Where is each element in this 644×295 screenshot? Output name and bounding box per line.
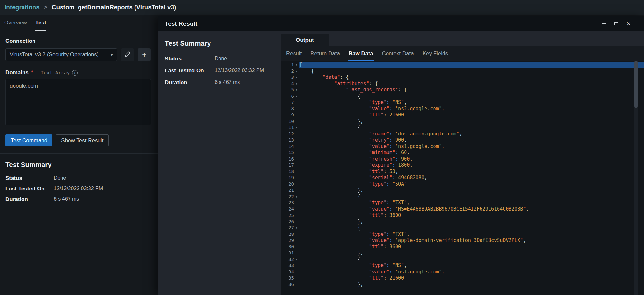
- code-line[interactable]: "ttl": 3600: [299, 212, 644, 219]
- connection-dropdown[interactable]: VirusTotal v3 2 (Security Operations) ▾: [5, 48, 117, 61]
- gutter-line[interactable]: 4▾: [281, 81, 299, 87]
- code-line[interactable]: "value": "ns2.google.com",: [299, 106, 644, 112]
- gutter-line[interactable]: 3▾: [281, 74, 299, 81]
- code-line[interactable]: "type": "NS",: [299, 99, 644, 106]
- add-connection-button[interactable]: +: [138, 48, 151, 61]
- code-line[interactable]: "ttl": 53,: [299, 169, 644, 175]
- tab-raw-data[interactable]: Raw Data: [348, 46, 374, 61]
- code-line[interactable]: "serial": 494682080,: [299, 175, 644, 181]
- gutter-line[interactable]: 35: [281, 275, 299, 281]
- tab-return-data[interactable]: Return Data: [310, 46, 341, 61]
- gutter-line[interactable]: 36: [281, 281, 299, 288]
- code-line[interactable]: "rname": "dns-admin.google.com",: [299, 131, 644, 137]
- gutter-line[interactable]: 27▾: [281, 225, 299, 231]
- code-line[interactable]: "last_dns_records": [: [299, 87, 644, 93]
- code-line[interactable]: "value": "ns1.google.com",: [299, 143, 644, 150]
- breadcrumb-integrations-link[interactable]: Integrations: [5, 4, 40, 11]
- code-line[interactable]: },: [299, 219, 644, 225]
- tab-overview[interactable]: Overview: [4, 15, 27, 31]
- fold-arrow-icon[interactable]: ▾: [294, 81, 299, 87]
- code-line[interactable]: "type": "NS",: [299, 263, 644, 269]
- code-line[interactable]: "ttl": 21600: [299, 275, 644, 281]
- gutter-line[interactable]: 28: [281, 231, 299, 238]
- gutter-line[interactable]: 13: [281, 137, 299, 143]
- gutter-line[interactable]: 8: [281, 106, 299, 112]
- fold-arrow-icon[interactable]: ▾: [294, 256, 299, 263]
- gutter-line[interactable]: 1▾: [281, 62, 299, 68]
- fold-arrow-icon[interactable]: ▾: [294, 68, 299, 75]
- test-command-button[interactable]: Test Command: [5, 134, 52, 146]
- edit-connection-button[interactable]: [121, 48, 134, 61]
- gutter-line[interactable]: 12: [281, 131, 299, 137]
- code-line[interactable]: "value": "apple-domain-verification=30af…: [299, 237, 644, 244]
- info-icon[interactable]: i: [72, 70, 78, 76]
- code-line[interactable]: },: [299, 250, 644, 256]
- code-line[interactable]: "data": {: [299, 74, 644, 81]
- fold-arrow-icon[interactable]: ▾: [294, 62, 299, 68]
- code-line[interactable]: "value": "MS=E4A68B9AB2BB9670BCE15412F62…: [299, 206, 644, 213]
- fold-arrow-icon[interactable]: ▾: [294, 124, 299, 131]
- gutter-line[interactable]: 20: [281, 181, 299, 188]
- code-line[interactable]: {: [299, 256, 644, 263]
- gutter-line[interactable]: 2▾: [281, 68, 299, 75]
- code-line[interactable]: },: [299, 187, 644, 194]
- code-line[interactable]: {: [299, 68, 644, 75]
- gutter-line[interactable]: 21: [281, 187, 299, 194]
- gutter-line[interactable]: 7: [281, 99, 299, 106]
- code-line[interactable]: },: [299, 281, 644, 288]
- gutter-line[interactable]: 22▾: [281, 194, 299, 200]
- tab-result[interactable]: Result: [285, 46, 302, 61]
- domains-input[interactable]: google.com: [5, 79, 151, 125]
- code-line[interactable]: "ttl": 21600: [299, 112, 644, 118]
- gutter-line[interactable]: 24: [281, 206, 299, 213]
- code-line[interactable]: [: [299, 62, 644, 68]
- gutter-line[interactable]: 33: [281, 263, 299, 269]
- gutter-line[interactable]: 5▾: [281, 87, 299, 93]
- gutter-line[interactable]: 34: [281, 269, 299, 275]
- fold-arrow-icon[interactable]: ▾: [294, 93, 299, 100]
- gutter-line[interactable]: 25: [281, 212, 299, 219]
- gutter-line[interactable]: 18: [281, 169, 299, 175]
- show-test-result-button[interactable]: Show Test Result: [56, 134, 109, 146]
- tab-test[interactable]: Test: [35, 15, 46, 31]
- gutter-line[interactable]: 30: [281, 244, 299, 250]
- gutter-line[interactable]: 32▾: [281, 256, 299, 263]
- gutter-line[interactable]: 29: [281, 237, 299, 244]
- gutter-line[interactable]: 11▾: [281, 124, 299, 131]
- tab-output[interactable]: Output: [281, 34, 329, 46]
- code-line[interactable]: "attributes": {: [299, 81, 644, 87]
- fold-arrow-icon[interactable]: ▾: [294, 87, 299, 93]
- code-line[interactable]: },: [299, 118, 644, 125]
- code-line[interactable]: {: [299, 93, 644, 100]
- gutter-line[interactable]: 6▾: [281, 93, 299, 100]
- tab-key-fields[interactable]: Key Fields: [422, 46, 449, 61]
- code-line[interactable]: {: [299, 124, 644, 131]
- code-line[interactable]: "expire": 1800,: [299, 162, 644, 169]
- editor-scrollbar[interactable]: [634, 61, 638, 295]
- gutter-line[interactable]: 26: [281, 219, 299, 225]
- gutter-line[interactable]: 19: [281, 175, 299, 181]
- fold-arrow-icon[interactable]: ▾: [294, 194, 299, 200]
- raw-data-code-editor[interactable]: 1▾2▾3▾4▾5▾6▾7891011▾12131415161718192021…: [281, 61, 644, 295]
- code-line[interactable]: {: [299, 225, 644, 231]
- code-line[interactable]: "refresh": 900,: [299, 156, 644, 162]
- maximize-button[interactable]: [612, 19, 621, 28]
- gutter-line[interactable]: 9: [281, 112, 299, 118]
- code-line[interactable]: "type": "TXT",: [299, 200, 644, 206]
- code-line[interactable]: "type": "TXT",: [299, 231, 644, 238]
- gutter-line[interactable]: 14: [281, 143, 299, 150]
- modal-title-bar[interactable]: Test Result ×: [158, 16, 644, 31]
- gutter-line[interactable]: 31: [281, 250, 299, 256]
- gutter-line[interactable]: 17: [281, 162, 299, 169]
- code-line[interactable]: "ttl": 3600: [299, 244, 644, 250]
- fold-arrow-icon[interactable]: ▾: [294, 74, 299, 81]
- fold-arrow-icon[interactable]: ▾: [294, 225, 299, 231]
- gutter-line[interactable]: 23: [281, 200, 299, 206]
- minimize-button[interactable]: [600, 19, 609, 28]
- code-line[interactable]: "type": "SOA": [299, 181, 644, 188]
- close-button[interactable]: ×: [624, 19, 633, 28]
- code-line[interactable]: "retry": 900,: [299, 137, 644, 143]
- scrollbar-thumb[interactable]: [634, 61, 638, 108]
- gutter-line[interactable]: 10: [281, 118, 299, 125]
- code-line[interactable]: "minimum": 60,: [299, 150, 644, 156]
